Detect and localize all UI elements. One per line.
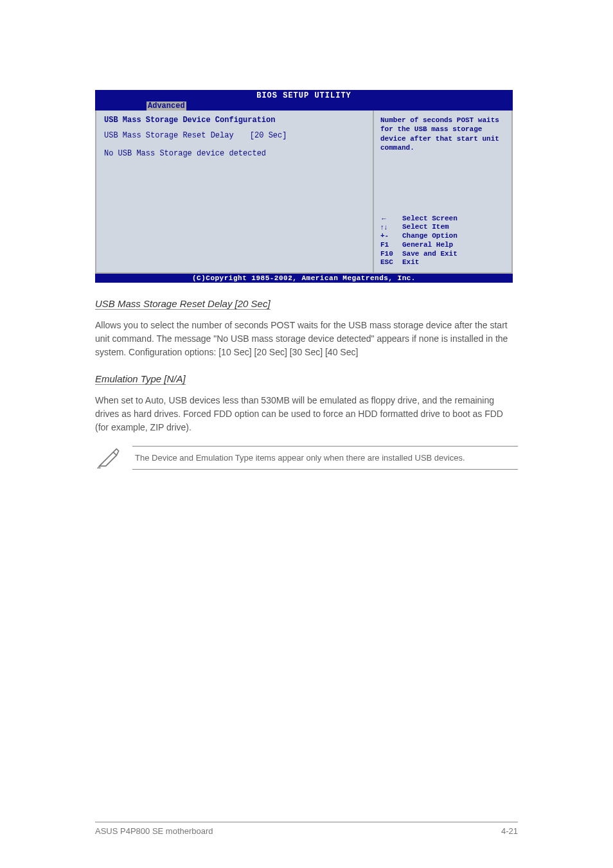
page-footer: ASUS P4P800 SE motherboard 4-21 xyxy=(95,822,518,836)
doc-note-text: The Device and Emulation Type items appe… xyxy=(132,446,518,470)
doc-note: The Device and Emulation Type items appe… xyxy=(95,445,518,470)
key-action: General Help xyxy=(402,241,453,250)
key-action: Select Screen xyxy=(402,215,458,224)
key-action: Save and Exit xyxy=(402,250,458,259)
bios-option-label: USB Mass Storage Reset Delay xyxy=(104,131,234,140)
bios-left-panel: USB Mass Storage Device Configuration US… xyxy=(96,111,374,272)
bios-body: USB Mass Storage Device Configuration US… xyxy=(95,111,513,274)
bios-section-header: USB Mass Storage Device Configuration xyxy=(104,116,365,125)
bios-copyright: (C)Copyright 1985-2002, American Megatre… xyxy=(95,274,513,283)
bios-screenshot: BIOS SETUP UTILITY Advanced USB Mass Sto… xyxy=(95,90,513,283)
doc-para-emulation: When set to Auto, USB devices less than … xyxy=(95,394,518,434)
footer-left: ASUS P4P800 SE motherboard xyxy=(95,826,213,836)
key-action: Exit xyxy=(402,258,419,267)
key-updown-icon: ↑↓ xyxy=(380,223,397,232)
bios-option-row: USB Mass Storage Reset Delay [20 Sec] xyxy=(104,131,365,140)
key-plusminus: +- xyxy=(380,232,397,241)
key-action: Change Option xyxy=(402,232,458,241)
bios-no-device: No USB Mass Storage device detected xyxy=(104,149,365,158)
key-f10: F10 xyxy=(380,250,397,259)
bios-key-legend: ←Select Screen ↑↓Select Item +-Change Op… xyxy=(380,215,504,268)
bios-option-value: [20 Sec] xyxy=(250,131,287,140)
key-action: Select Item xyxy=(402,223,449,232)
pencil-note-icon xyxy=(95,445,121,470)
bios-tab-advanced: Advanced xyxy=(147,102,186,111)
bios-title: BIOS SETUP UTILITY xyxy=(95,90,513,102)
key-esc: ESC xyxy=(380,258,397,267)
key-left-icon: ← xyxy=(380,215,397,224)
doc-subhead-emulation: Emulation Type [N/A] xyxy=(95,373,186,385)
doc-subhead-reset-delay: USB Mass Storage Reset Delay [20 Sec] xyxy=(95,298,271,310)
key-f1: F1 xyxy=(380,241,397,250)
footer-right: 4-21 xyxy=(501,826,518,836)
bios-help-text: Number of seconds POST waits for the USB… xyxy=(380,116,504,152)
bios-right-panel: Number of seconds POST waits for the USB… xyxy=(374,111,511,272)
doc-para-reset-delay: Allows you to select the number of secon… xyxy=(95,319,518,359)
bios-tab-bar: Advanced xyxy=(95,102,513,111)
